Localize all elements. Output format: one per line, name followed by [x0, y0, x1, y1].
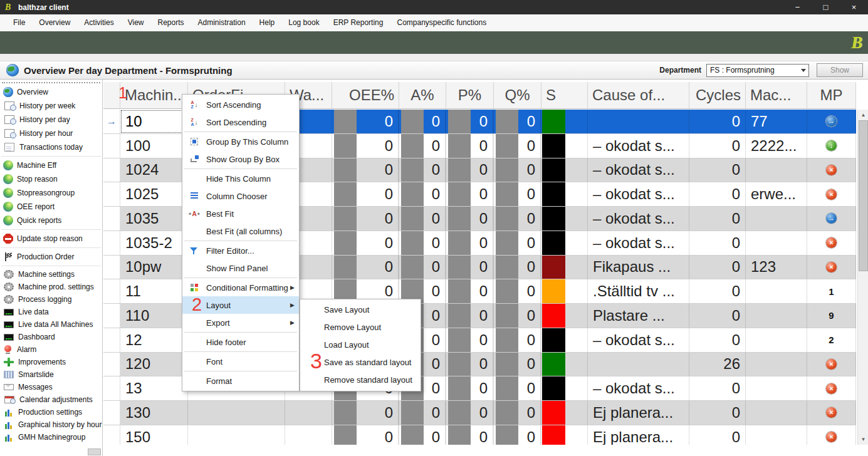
- cell-cause[interactable]: – okodat s...: [588, 158, 689, 182]
- cell-p[interactable]: 0: [446, 304, 494, 328]
- scrollbar-thumb[interactable]: [859, 120, 868, 271]
- sidebar-item-smartslide[interactable]: Smartslide: [0, 368, 102, 381]
- table-row-machine-150[interactable]: 1500000Ej planera...0×: [103, 425, 856, 445]
- cell-cause[interactable]: Ej planera...: [588, 401, 689, 425]
- cell-s[interactable]: [541, 207, 588, 231]
- cell-q[interactable]: 0: [494, 231, 541, 255]
- cell-mp[interactable]: ×: [807, 182, 856, 206]
- cell-machine[interactable]: 110: [120, 304, 188, 328]
- cell-cause[interactable]: [588, 110, 689, 133]
- cell-s[interactable]: [541, 158, 588, 182]
- menu-item-sort-ascending[interactable]: AZ↓Sort Ascending: [182, 96, 299, 113]
- cell-cause[interactable]: [588, 353, 689, 376]
- cell-q[interactable]: 0: [494, 256, 541, 279]
- cell-mac[interactable]: [746, 231, 807, 255]
- column-header-a[interactable]: A%: [399, 82, 446, 109]
- menubar-item-erp-reporting[interactable]: ERP Reporting: [327, 14, 390, 31]
- cell-mp[interactable]: ×: [807, 158, 856, 182]
- cell-mac[interactable]: [746, 401, 807, 425]
- cell-cause[interactable]: – okodat s...: [588, 182, 689, 206]
- menu-item-best-fit-all-columns[interactable]: Best Fit (all columns): [182, 222, 299, 240]
- cell-cycles[interactable]: 0: [689, 401, 746, 425]
- menubar-item-administration[interactable]: Administration: [191, 14, 253, 31]
- sidebar-item-overview[interactable]: Overview: [0, 85, 102, 99]
- cell-q[interactable]: 0: [494, 158, 541, 182]
- cell-mp[interactable]: ×: [807, 376, 856, 400]
- sidebar-item-machine-prod-settings[interactable]: Machine prod. settings: [0, 281, 102, 293]
- menubar-item-overview[interactable]: Overview: [32, 14, 77, 31]
- cell-oee[interactable]: 0: [332, 110, 399, 133]
- cell-q[interactable]: 0: [494, 353, 541, 376]
- cell-cycles[interactable]: 0: [689, 328, 746, 352]
- sidebar-item-stop-reason[interactable]: Stop reason: [0, 172, 102, 186]
- cell-oee[interactable]: 0: [332, 231, 399, 255]
- cell-s[interactable]: [541, 401, 588, 425]
- cell-mp[interactable]: 1: [807, 279, 856, 303]
- column-header-s[interactable]: S: [541, 82, 588, 109]
- sidebar-item-update-stop-reason[interactable]: Update stop reason: [0, 232, 102, 246]
- menu-item-show-group-by-box[interactable]: Show Group By Box: [182, 150, 299, 168]
- cell-q[interactable]: 0: [494, 207, 541, 231]
- cell-mp[interactable]: 2: [807, 328, 856, 352]
- cell-cycles[interactable]: 0: [689, 304, 746, 328]
- sidebar-item-history-per-hour[interactable]: History per hour: [0, 127, 102, 140]
- cell-a[interactable]: 0: [399, 134, 446, 158]
- sidebar-item-transactions-today[interactable]: Transactions today: [0, 140, 102, 154]
- show-button[interactable]: Show: [817, 63, 863, 77]
- cell-cause[interactable]: – okodat s...: [588, 134, 689, 158]
- cell-a[interactable]: 0: [399, 401, 446, 425]
- sidebar-item-production-order[interactable]: Production Order: [0, 250, 102, 264]
- menubar-item-activities[interactable]: Activities: [77, 14, 120, 31]
- menu-item-conditional-formatting[interactable]: Conditional Formatting▶: [182, 279, 299, 296]
- vertical-scrollbar[interactable]: ▲ ▼: [857, 110, 868, 445]
- cell-p[interactable]: 0: [446, 353, 494, 376]
- cell-oee[interactable]: 0: [332, 182, 399, 206]
- sidebar-drag-handle[interactable]: [2, 82, 100, 83]
- sidebar-item-stopreasongroup[interactable]: Stopreasongroup: [0, 186, 102, 200]
- cell-cause[interactable]: Fikapaus ...: [588, 256, 689, 279]
- cell-warn[interactable]: [285, 401, 332, 425]
- cell-p[interactable]: 0: [446, 182, 494, 206]
- cell-oee[interactable]: 0: [332, 256, 399, 279]
- cell-machine[interactable]: 13: [120, 376, 188, 400]
- cell-s[interactable]: [541, 110, 588, 133]
- cell-s[interactable]: [541, 231, 588, 255]
- cell-cause[interactable]: Ej planera...: [588, 425, 689, 445]
- cell-mac[interactable]: [746, 279, 807, 303]
- column-header-mac[interactable]: Mac...: [746, 82, 807, 109]
- submenu-item-remove-standard-layout[interactable]: Remove standard layout: [300, 371, 421, 389]
- menubar-item-help[interactable]: Help: [253, 14, 282, 31]
- cell-a[interactable]: 0: [399, 207, 446, 231]
- sidebar-item-machine-eff[interactable]: Machine Eff: [0, 158, 102, 172]
- sidebar-item-history-per-week[interactable]: History per week: [0, 99, 102, 113]
- cell-mp[interactable]: ×: [807, 353, 856, 376]
- cell-oee[interactable]: 0: [332, 158, 399, 182]
- cell-s[interactable]: [541, 353, 588, 376]
- column-header-q[interactable]: Q%: [494, 82, 541, 109]
- cell-machine[interactable]: 120: [120, 353, 188, 376]
- cell-cause[interactable]: Plastare ...: [588, 304, 689, 328]
- cell-s[interactable]: [541, 425, 588, 445]
- cell-s[interactable]: [541, 256, 588, 279]
- cell-s[interactable]: [541, 279, 588, 303]
- cell-q[interactable]: 0: [494, 304, 541, 328]
- column-header-cycles[interactable]: Cycles: [689, 82, 746, 109]
- menu-item-format[interactable]: Format: [182, 372, 299, 390]
- menu-item-show-find-panel[interactable]: Show Find Panel: [182, 259, 299, 277]
- cell-warn[interactable]: [285, 425, 332, 445]
- cell-mac[interactable]: [746, 353, 807, 376]
- cell-cycles[interactable]: 0: [689, 425, 746, 445]
- sidebar-item-oee-report[interactable]: OEE report: [0, 200, 102, 214]
- menubar-item-view[interactable]: View: [121, 14, 151, 31]
- cell-p[interactable]: 0: [446, 110, 494, 133]
- cell-cause[interactable]: – okodat s...: [588, 376, 689, 400]
- menu-item-best-fit[interactable]: +A+Best Fit: [182, 205, 299, 222]
- cell-p[interactable]: 0: [446, 279, 494, 303]
- cell-p[interactable]: 0: [446, 425, 494, 445]
- cell-p[interactable]: 0: [446, 231, 494, 255]
- cell-mp[interactable]: →: [807, 207, 856, 231]
- cell-q[interactable]: 0: [494, 401, 541, 425]
- cell-cycles[interactable]: 0: [689, 182, 746, 206]
- cell-mac[interactable]: [746, 304, 807, 328]
- cell-a[interactable]: 0: [399, 231, 446, 255]
